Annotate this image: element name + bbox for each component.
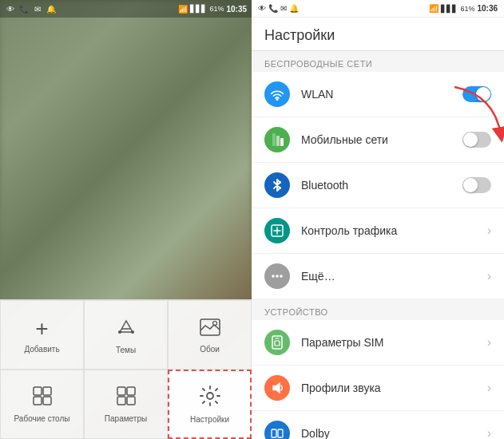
- svg-point-0: [118, 330, 121, 334]
- settings-item-traffic[interactable]: Контроль трафика ›: [252, 208, 504, 254]
- section-header-wireless: БЕСПРОВОДНЫЕ СЕТИ: [252, 51, 504, 72]
- svg-rect-13: [272, 133, 276, 146]
- settings-icon: [200, 386, 220, 412]
- svg-rect-7: [43, 397, 51, 405]
- settings-item-more[interactable]: Ещё… ›: [252, 254, 504, 299]
- signal-icon: ▋▋▋: [190, 5, 207, 13]
- settings-item-bluetooth[interactable]: Bluetooth: [252, 163, 504, 208]
- svg-rect-23: [272, 429, 276, 437]
- svg-rect-21: [272, 336, 282, 349]
- right-status-bar: 👁 📞 ✉ 🔔 📶 ▋▋▋ 61% 10:36: [252, 0, 504, 18]
- svg-rect-22: [275, 341, 280, 346]
- nav-label-settings: Настройки: [190, 415, 229, 424]
- add-icon: +: [35, 316, 48, 342]
- wlan-toggle-knob: [476, 87, 490, 101]
- nav-item-wallpaper[interactable]: Обои: [168, 300, 252, 370]
- nav-item-desktops[interactable]: Рабочие столы: [0, 370, 84, 439]
- svg-rect-6: [34, 397, 42, 405]
- more-chevron: ›: [487, 269, 491, 283]
- bluetooth-toggle-knob: [463, 178, 478, 192]
- sound-chevron: ›: [487, 381, 491, 395]
- settings-page-title: Настройки: [264, 27, 491, 44]
- settings-item-dolby[interactable]: Dolby ›: [252, 411, 504, 439]
- signal-icon-right: ▋▋▋: [441, 5, 458, 13]
- settings-item-sim[interactable]: Параметры SIM ›: [252, 320, 504, 366]
- bluetooth-label: Bluetooth: [301, 179, 462, 192]
- svg-rect-14: [276, 136, 280, 146]
- left-bottom-nav: + Добавить Темы Обои: [0, 299, 252, 439]
- sound-label: Профили звука: [301, 382, 481, 394]
- wlan-icon: [264, 81, 290, 107]
- settings-item-sound[interactable]: Профили звука ›: [252, 366, 504, 411]
- sim-label: Параметры SIM: [301, 336, 481, 349]
- sim-icon: [264, 330, 290, 355]
- wifi-icon-right: 📶: [429, 4, 439, 13]
- nav-label-params: Параметры: [105, 414, 147, 423]
- left-status-bar: 👁 📞 ✉ 🔔 📶 ▋▋▋ 61% 10:35: [0, 0, 252, 18]
- nav-item-add[interactable]: + Добавить: [0, 300, 84, 370]
- mobile-toggle-knob: [463, 132, 478, 147]
- settings-header: Настройки: [252, 18, 504, 51]
- svg-point-20: [280, 275, 283, 278]
- wlan-label: WLAN: [301, 88, 462, 101]
- right-panel: 👁 📞 ✉ 🔔 📶 ▋▋▋ 61% 10:36 Настройки БЕСПРО…: [252, 0, 504, 439]
- svg-rect-11: [127, 397, 135, 405]
- svg-rect-4: [34, 387, 42, 395]
- more-label: Ещё…: [301, 270, 481, 283]
- battery-right: 61%: [460, 5, 474, 13]
- settings-content: БЕСПРОВОДНЫЕ СЕТИ WLAN: [252, 51, 504, 439]
- nav-item-themes[interactable]: Темы: [84, 300, 168, 370]
- dolby-label: Dolby: [301, 427, 481, 439]
- nav-label-themes: Темы: [116, 346, 136, 354]
- section-header-device: УСТРОЙСТВО: [252, 299, 504, 320]
- traffic-label: Контроль трафика: [301, 224, 481, 237]
- svg-point-1: [131, 330, 134, 334]
- more-icon: [264, 263, 290, 289]
- time-right: 10:36: [477, 4, 498, 13]
- eye-icon-right: 👁: [258, 4, 266, 13]
- themes-icon: [116, 316, 137, 342]
- phone-icon-right: 📞: [268, 4, 278, 13]
- left-panel: 👁 📞 ✉ 🔔 📶 ▋▋▋ 61% 10:35 + Добавить: [0, 0, 252, 439]
- mobile-label: Мобильные сети: [301, 133, 462, 146]
- nav-item-params[interactable]: Параметры: [84, 370, 168, 439]
- sound-icon: [264, 375, 290, 401]
- svg-rect-9: [127, 387, 135, 395]
- dolby-icon: [264, 421, 290, 439]
- nav-label-wallpaper: Обои: [200, 345, 220, 354]
- wireless-group: WLAN Мобильные сети: [252, 72, 504, 299]
- nav-label-desktops: Рабочие столы: [14, 414, 70, 423]
- svg-rect-10: [117, 397, 125, 405]
- params-icon: [117, 386, 136, 411]
- message-icon: ✉: [32, 3, 43, 14]
- svg-point-3: [212, 321, 216, 325]
- svg-point-18: [272, 275, 275, 278]
- right-status-icons-left: 👁 📞 ✉ 🔔: [258, 4, 299, 13]
- right-status-icons-right: 📶 ▋▋▋ 61% 10:36: [429, 4, 498, 13]
- time-left: 10:35: [226, 5, 247, 14]
- nav-item-settings[interactable]: Настройки: [168, 370, 252, 439]
- settings-item-mobile[interactable]: Мобильные сети: [252, 117, 504, 163]
- svg-rect-5: [43, 387, 51, 395]
- svg-rect-24: [278, 429, 283, 437]
- left-status-icons-right: 📶 ▋▋▋ 61% 10:35: [178, 5, 247, 14]
- svg-rect-15: [280, 138, 284, 146]
- message-icon-right: ✉: [280, 4, 287, 13]
- wlan-toggle[interactable]: [462, 86, 491, 102]
- sim-chevron: ›: [487, 335, 491, 350]
- wifi-icon: 📶: [178, 5, 188, 14]
- nav-label-add: Добавить: [24, 345, 59, 354]
- svg-point-12: [207, 393, 213, 399]
- bluetooth-toggle[interactable]: [462, 177, 491, 193]
- svg-point-19: [276, 275, 279, 278]
- bluetooth-icon: [264, 172, 290, 198]
- svg-rect-8: [117, 387, 125, 395]
- dolby-chevron: ›: [487, 426, 491, 439]
- mobile-toggle[interactable]: [462, 132, 491, 148]
- traffic-icon: [264, 218, 290, 243]
- settings-item-wlan[interactable]: WLAN: [252, 72, 504, 117]
- wallpaper-icon: [200, 317, 220, 342]
- bell-icon-right: 🔔: [289, 4, 299, 13]
- bell-icon: 🔔: [46, 3, 57, 14]
- desktops-icon: [33, 386, 52, 411]
